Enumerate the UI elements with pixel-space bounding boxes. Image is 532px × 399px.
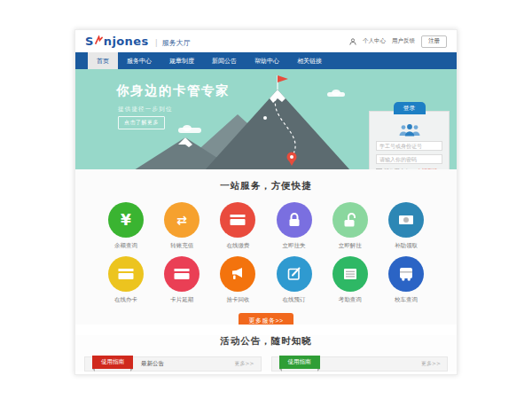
services-section: 一站服务，方便快捷 ¥ 余额查询 ⇄ 转账充值 在线缴费 立即挂失 立即解挂 (75, 169, 457, 325)
service-school-bus[interactable]: 校车查询 (379, 256, 434, 304)
separator: | (412, 169, 414, 170)
password-input[interactable] (376, 154, 442, 164)
announcements-title: 活动公告，随时知晓 (75, 335, 457, 348)
service-pay-online[interactable]: 在线缴费 (210, 202, 265, 250)
service-card-recycle[interactable]: 拾卡回收 (210, 256, 265, 304)
lock-icon (286, 211, 303, 229)
bank-card-icon (117, 265, 135, 283)
service-balance[interactable]: ¥ 余额查询 (98, 202, 153, 250)
services-row-2: 在线办卡 卡片延期 拾卡回收 在线预订 考勤查询 校车查询 (75, 256, 457, 304)
bank-card-icon (229, 211, 246, 229)
services-title: 一站服务，方便快捷 (75, 180, 457, 192)
more-link-right[interactable]: 更多>> (421, 360, 441, 368)
bus-icon (397, 265, 415, 283)
service-cancel-loss[interactable]: 立即解挂 (323, 202, 378, 250)
logo-divider: | (155, 38, 158, 47)
mountain-illustration (127, 71, 366, 169)
list-icon (341, 265, 359, 283)
announcements-right-panel: 使用指南 更多>> (271, 356, 449, 372)
nav-item-help[interactable]: 帮助中心 (246, 52, 288, 69)
personal-center-link[interactable]: 个人中心 (363, 37, 386, 45)
account-area: 个人中心 用户反馈 注册 (343, 35, 447, 48)
nav-item-home[interactable]: 首页 (88, 52, 118, 69)
logo-text: Snjones (85, 35, 149, 48)
banknote-icon (397, 211, 415, 229)
logo[interactable]: Snjones | 服务大厅 (85, 35, 191, 48)
usage-guide-ribbon-green[interactable]: 使用指南 (279, 356, 320, 369)
announcements-tabbar: 使用指南 最新公告 更多>> 使用指南 更多>> (84, 356, 448, 372)
edit-icon (286, 265, 303, 283)
nav-item-news[interactable]: 新闻公告 (203, 52, 246, 69)
transfer-arrows-icon: ⇄ (176, 214, 187, 226)
service-card-extension[interactable]: 卡片延期 (154, 256, 209, 304)
more-link-left[interactable]: 更多>> (234, 360, 254, 368)
nav-item-rules[interactable]: 规章制度 (160, 52, 203, 69)
announcements-section: 活动公告，随时知晓 使用指南 最新公告 更多>> 使用指南 更多>> (75, 335, 457, 372)
service-online-booking[interactable]: 在线预订 (267, 256, 322, 304)
unlock-icon (341, 211, 359, 229)
service-apply-card[interactable]: 在线办卡 (98, 256, 153, 304)
forgot-password-link[interactable]: 忘记密码 (417, 168, 437, 169)
users-group-icon (397, 123, 422, 137)
logo-subtitle: 服务大厅 (162, 38, 191, 48)
logo-swoosh-icon (95, 35, 103, 45)
more-services-button[interactable]: 更多服务>> (239, 313, 293, 325)
service-subsidy[interactable]: 补助领取 (379, 202, 434, 250)
service-transfer[interactable]: ⇄ 转账充值 (154, 202, 209, 250)
announcements-left-panel: 使用指南 最新公告 更多>> (84, 356, 262, 372)
site-page: Snjones | 服务大厅 个人中心 用户反馈 注册 首页 服务中心 规章制度… (74, 29, 458, 375)
usage-guide-ribbon-red[interactable]: 使用指南 (92, 356, 133, 369)
service-attendance[interactable]: 考勤查询 (323, 256, 378, 304)
service-report-loss[interactable]: 立即挂失 (267, 202, 322, 250)
header: Snjones | 服务大厅 个人中心 用户反馈 注册 (75, 30, 457, 52)
login-panel: 登录 记住用户名 | 忘记密码 cvjp 换一张 登录 (369, 111, 450, 169)
hero-banner: 你身边的卡管专家 提供捷径一步到位 点击了解更多 登录 (75, 69, 457, 169)
services-row-1: ¥ 余额查询 ⇄ 转账充值 在线缴费 立即挂失 立即解挂 补助领取 (75, 202, 457, 250)
user-feedback-link[interactable]: 用户反馈 (392, 37, 415, 45)
tab-latest-announcements[interactable]: 最新公告 (141, 360, 164, 368)
main-nav: 首页 服务中心 规章制度 新闻公告 帮助中心 相关链接 (75, 52, 457, 69)
login-tab[interactable]: 登录 (394, 102, 426, 114)
remember-row: 记住用户名 | 忘记密码 (376, 168, 442, 169)
remember-label: 记住用户名 (384, 168, 410, 169)
bank-card-icon (173, 265, 191, 283)
yen-icon: ¥ (121, 213, 131, 228)
user-icon (349, 38, 356, 45)
megaphone-icon (229, 265, 246, 283)
username-input[interactable] (376, 141, 442, 151)
remember-checkbox[interactable] (376, 168, 382, 169)
nav-item-service-center[interactable]: 服务中心 (118, 52, 160, 69)
nav-item-links[interactable]: 相关链接 (288, 52, 331, 69)
register-button[interactable]: 注册 (421, 35, 447, 48)
